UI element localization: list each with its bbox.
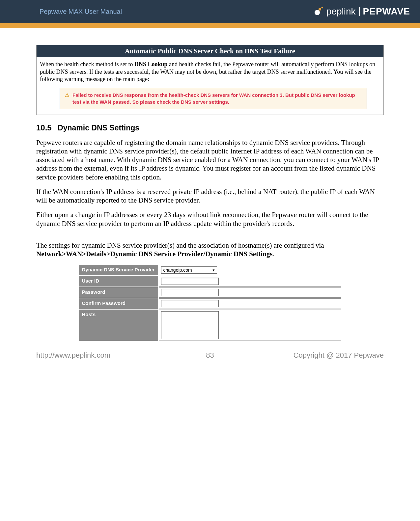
chevron-down-icon: ▼: [212, 268, 215, 272]
paragraph-2: If the WAN connection's IP address is a …: [36, 187, 384, 205]
page-content: Automatic Public DNS Server Check on DNS…: [0, 28, 420, 342]
dns-check-infobox: Automatic Public DNS Server Check on DNS…: [36, 45, 384, 115]
p4-bold: Network>WAN>Details>Dynamic DNS Service …: [36, 250, 272, 258]
infobox-text-bold: DNS Lookup: [134, 61, 168, 68]
section-number: 10.5: [36, 123, 52, 132]
footer-copyright: Copyright @ 2017 Pepwave: [294, 351, 384, 360]
confirm-password-input[interactable]: [161, 300, 219, 307]
infobox-text-pre: When the health check method is set to: [40, 61, 134, 68]
row-label-password: Password: [79, 287, 158, 298]
brand-peplink: peplink: [326, 6, 356, 17]
section-heading: 10.5 Dynamic DNS Settings: [36, 123, 384, 132]
warning-text: Failed to receive DNS response from the …: [72, 92, 362, 105]
footer-page-number: 83: [206, 351, 214, 360]
page-footer: http://www.peplink.com 83 Copyright @ 20…: [0, 351, 420, 360]
warning-message: ⚠ Failed to receive DNS response from th…: [60, 88, 367, 109]
row-label-provider: Dynamic DNS Service Provider: [79, 265, 158, 275]
section-title: Dynamic DNS Settings: [58, 123, 139, 132]
row-label-userid: User ID: [79, 276, 158, 287]
table-row: Confirm Password: [79, 298, 341, 309]
svg-point-0: [315, 10, 320, 15]
svg-point-1: [319, 8, 321, 11]
infobox-title: Automatic Public DNS Server Check on DNS…: [37, 45, 383, 57]
footer-url: http://www.peplink.com: [36, 351, 110, 360]
userid-input[interactable]: [161, 278, 219, 285]
paragraph-4: The settings for dynamic DNS service pro…: [36, 241, 384, 259]
table-row: User ID: [79, 276, 341, 287]
infobox-body: When the health check method is set to D…: [37, 57, 383, 115]
table-row: Hosts: [79, 310, 341, 341]
table-row: Dynamic DNS Service Provider changeip.co…: [79, 265, 341, 275]
brand-logo: peplink PEPWAVE: [311, 6, 410, 17]
page-header: Pepwave MAX User Manual peplink PEPWAVE: [0, 0, 420, 23]
p4-post: .: [272, 250, 274, 258]
orange-accent-bar: [0, 23, 420, 28]
table-row: Password: [79, 287, 341, 298]
row-label-confirm: Confirm Password: [79, 298, 158, 309]
warning-icon: ⚠: [65, 92, 69, 105]
peplink-dots-icon: [311, 7, 324, 16]
brand-pepwave: PEPWAVE: [363, 6, 410, 17]
provider-select[interactable]: changeip.com ▼: [161, 266, 217, 274]
p4-pre: The settings for dynamic DNS service pro…: [36, 241, 324, 249]
paragraph-1: Pepwave routers are capable of registeri…: [36, 138, 384, 181]
brand-divider: [359, 7, 360, 16]
paragraph-3: Either upon a change in IP addresses or …: [36, 210, 384, 228]
hosts-textarea[interactable]: [161, 311, 219, 339]
provider-select-value: changeip.com: [163, 267, 192, 273]
svg-point-2: [321, 7, 323, 9]
dns-settings-table: Dynamic DNS Service Provider changeip.co…: [78, 264, 342, 342]
row-label-hosts: Hosts: [79, 310, 158, 341]
manual-title: Pepwave MAX User Manual: [40, 8, 122, 15]
password-input[interactable]: [161, 289, 219, 296]
